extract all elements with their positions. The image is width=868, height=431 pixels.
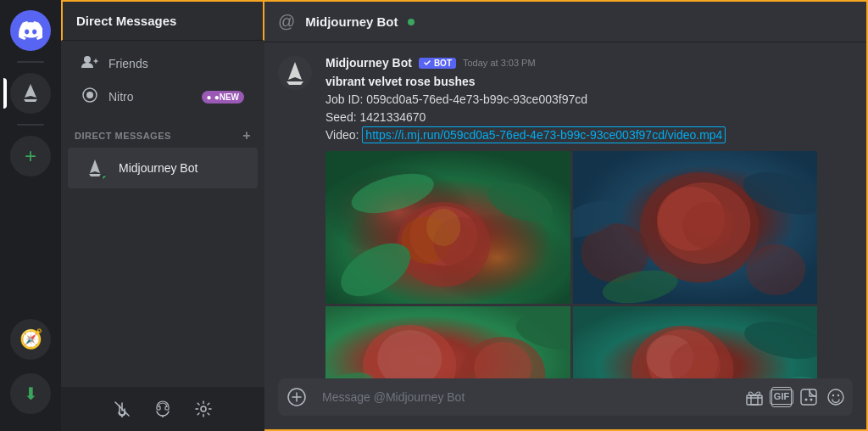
bot-badge-label: BOT bbox=[434, 59, 452, 68]
svg-point-28 bbox=[738, 165, 817, 222]
message-text: vibrant velvet rose bushes Job ID: 059cd… bbox=[326, 73, 853, 144]
dm-add-button[interactable]: + bbox=[242, 128, 251, 143]
svg-rect-9 bbox=[326, 151, 570, 304]
add-server-button[interactable]: + bbox=[10, 136, 51, 176]
bot-badge: BOT bbox=[419, 58, 456, 69]
svg-point-32 bbox=[377, 330, 442, 378]
svg-point-21 bbox=[640, 172, 759, 283]
server-bar: + 🧭 ⬇ bbox=[0, 0, 61, 431]
svg-point-41 bbox=[670, 342, 721, 378]
svg-point-7 bbox=[201, 406, 206, 411]
chat-messages: Midjourney Bot BOT Today at 3:03 PM vibr… bbox=[264, 42, 866, 378]
svg-rect-37 bbox=[573, 306, 818, 378]
gift-button[interactable] bbox=[744, 387, 765, 407]
sticker-button[interactable] bbox=[798, 387, 819, 407]
server-icon-sailing[interactable] bbox=[10, 73, 51, 114]
svg-point-23 bbox=[657, 187, 725, 251]
svg-point-0 bbox=[84, 56, 91, 63]
svg-rect-48 bbox=[747, 395, 762, 405]
input-add-button[interactable] bbox=[278, 378, 315, 416]
seed-label: Seed: bbox=[326, 110, 357, 124]
svg-point-40 bbox=[646, 335, 693, 378]
plus-icon: + bbox=[25, 144, 36, 168]
svg-point-52 bbox=[810, 399, 813, 401]
nitro-icon bbox=[81, 87, 98, 107]
dm-header: Direct Messages bbox=[61, 0, 264, 41]
svg-rect-30 bbox=[326, 306, 570, 378]
svg-point-44 bbox=[757, 373, 817, 378]
svg-point-55 bbox=[837, 395, 839, 396]
image-cell-4 bbox=[573, 306, 818, 378]
dm-sidebar: Direct Messages Friends Nitro bbox=[61, 0, 264, 431]
discord-logo[interactable] bbox=[10, 10, 51, 51]
server-separator-2 bbox=[17, 124, 44, 126]
friends-icon bbox=[81, 55, 98, 72]
chat-online-indicator bbox=[408, 19, 415, 25]
message-header: Midjourney Bot BOT Today at 3:03 PM bbox=[326, 56, 853, 70]
job-id-label: Job ID: bbox=[326, 92, 363, 106]
svg-point-13 bbox=[409, 206, 477, 266]
settings-button[interactable] bbox=[190, 395, 217, 423]
server-separator bbox=[17, 61, 44, 63]
svg-rect-49 bbox=[751, 395, 758, 405]
chat-input-wrapper: GIF bbox=[278, 378, 853, 416]
svg-point-2 bbox=[86, 92, 93, 98]
video-label: Video: bbox=[326, 128, 359, 142]
svg-point-19 bbox=[348, 166, 438, 221]
download-icon-btn[interactable]: ⬇ bbox=[10, 373, 51, 414]
svg-point-31 bbox=[363, 325, 456, 378]
svg-point-43 bbox=[741, 315, 817, 365]
dm-section-header: DIRECT MESSAGES + bbox=[61, 115, 264, 147]
message-timestamp: Today at 3:03 PM bbox=[463, 58, 536, 68]
svg-point-15 bbox=[433, 217, 487, 268]
svg-point-39 bbox=[647, 329, 718, 378]
dm-user-midjourney[interactable]: Midjourney Bot bbox=[68, 148, 258, 188]
sidebar-item-nitro[interactable]: Nitro ●●NEW bbox=[68, 80, 258, 114]
mute-button[interactable] bbox=[108, 395, 136, 423]
friends-label: Friends bbox=[108, 57, 148, 70]
svg-point-16 bbox=[426, 209, 460, 246]
chat-input-area: GIF bbox=[264, 378, 866, 429]
message-content: Midjourney Bot BOT Today at 3:03 PM vibr… bbox=[326, 56, 853, 378]
input-actions: GIF bbox=[744, 387, 846, 407]
gif-button[interactable]: GIF bbox=[771, 387, 792, 407]
chat-header-name: Midjourney Bot bbox=[305, 14, 398, 29]
message-avatar bbox=[278, 56, 312, 90]
svg-point-17 bbox=[332, 232, 420, 304]
dm-user-name: Midjourney Bot bbox=[119, 161, 198, 175]
image-grid bbox=[326, 151, 817, 378]
svg-point-54 bbox=[832, 395, 834, 396]
svg-point-34 bbox=[474, 342, 531, 378]
video-link[interactable]: https://i.mj.run/059cd0a5-76ed-4e73-b99c… bbox=[362, 126, 726, 143]
chat-input[interactable] bbox=[322, 390, 737, 404]
deafen-button[interactable] bbox=[149, 395, 176, 423]
svg-point-14 bbox=[401, 216, 452, 264]
svg-point-36 bbox=[513, 308, 570, 355]
job-id-value: 059cd0a5-76ed-4e73-b99c-93ce003f97cd bbox=[366, 92, 587, 106]
svg-rect-50 bbox=[801, 389, 816, 405]
svg-rect-10 bbox=[326, 151, 570, 304]
svg-point-12 bbox=[397, 202, 490, 287]
message-username: Midjourney Bot bbox=[326, 56, 412, 70]
image-cell-2 bbox=[573, 151, 818, 304]
dm-section-label: DIRECT MESSAGES bbox=[75, 131, 171, 141]
svg-rect-20 bbox=[573, 151, 818, 304]
svg-point-29 bbox=[599, 265, 680, 304]
svg-rect-11 bbox=[326, 151, 570, 304]
emoji-button[interactable] bbox=[826, 387, 846, 407]
svg-point-51 bbox=[805, 399, 808, 401]
image-cell-1 bbox=[326, 151, 570, 304]
nitro-label: Nitro bbox=[108, 90, 134, 104]
svg-point-24 bbox=[682, 202, 733, 249]
discover-icon-btn[interactable]: 🧭 bbox=[10, 319, 51, 360]
svg-point-42 bbox=[573, 376, 636, 378]
svg-point-27 bbox=[573, 193, 626, 244]
gif-label: GIF bbox=[770, 389, 793, 404]
compass-icon: 🧭 bbox=[19, 328, 42, 350]
sidebar-item-friends[interactable]: Friends bbox=[68, 48, 258, 79]
download-icon: ⬇ bbox=[24, 383, 38, 404]
dm-header-title: Direct Messages bbox=[76, 14, 176, 28]
image-cell-3 bbox=[326, 306, 570, 378]
svg-point-35 bbox=[326, 365, 379, 378]
dm-sidebar-content: Friends Nitro ●●NEW DIRECT MESSAGES + bbox=[61, 41, 264, 387]
